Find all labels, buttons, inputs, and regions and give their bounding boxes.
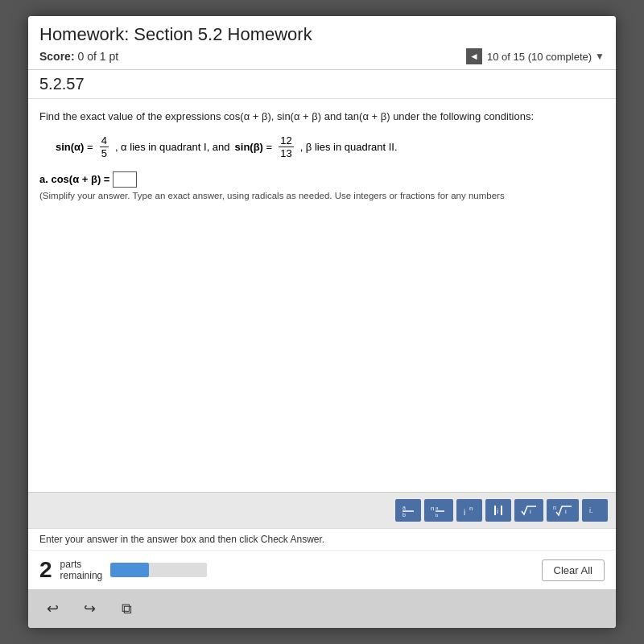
sin-beta-label: sin(β) =: [235, 141, 273, 153]
progress-bar-fill: [110, 563, 149, 577]
problem-instruction: Find the exact value of the expressions …: [39, 109, 605, 125]
mixed-fraction-button[interactable]: nab: [424, 499, 453, 522]
sin-beta-fraction: 12 13: [279, 134, 293, 160]
part-a-row: a. cos(α + β) =: [39, 171, 605, 188]
footer: Enter your answer in the answer box and …: [28, 528, 616, 589]
parts-number: 2: [39, 557, 52, 583]
content-area: Find the exact value of the expressions …: [28, 99, 616, 492]
copy-button[interactable]: ⧉: [114, 596, 139, 621]
fraction-button[interactable]: ab: [395, 499, 421, 522]
score-value: 0 of 1 pt: [77, 50, 118, 63]
problem-number: 5.2.57: [28, 70, 616, 99]
alpha-text: , α lies in quadrant I, and: [115, 141, 230, 153]
score-label: Score:: [39, 50, 75, 63]
parts-left: 2 parts remaining: [39, 557, 207, 583]
part-a-label: a. cos(α + β) =: [39, 173, 109, 185]
sin-alpha-fraction: 4 5: [100, 134, 109, 160]
nth-root-button[interactable]: ni: [547, 499, 579, 522]
header: Homework: Section 5.2 Homework Score: 0 …: [28, 16, 616, 70]
svg-text:i: i: [530, 508, 531, 515]
bottom-toolbar: ↩ ↪ ⧉: [28, 589, 616, 628]
svg-text:i.: i.: [589, 506, 593, 514]
svg-text:n: n: [469, 505, 473, 512]
svg-text:i: i: [565, 508, 567, 515]
part-a-section: a. cos(α + β) = (Simplify your answer. T…: [39, 171, 605, 200]
page-title: Homework: Section 5.2 Homework: [39, 24, 605, 45]
svg-text:n: n: [431, 505, 434, 512]
answer-input-box[interactable]: [113, 171, 137, 188]
svg-text:a: a: [402, 505, 406, 510]
sin-alpha-label: sin(α) =: [56, 141, 93, 153]
simplify-note: (Simplify your answer. Type an exact ans…: [39, 191, 605, 200]
svg-text:i: i: [464, 508, 465, 517]
answer-instruction: Enter your answer in the answer box and …: [28, 529, 616, 551]
svg-text:n: n: [553, 505, 556, 510]
parts-row: 2 parts remaining Clear All: [28, 551, 616, 589]
nav-label: 10 of 15 (10 complete) ▼: [487, 51, 605, 63]
svg-text:a: a: [436, 506, 439, 510]
main-screen: Homework: Section 5.2 Homework Score: 0 …: [28, 16, 616, 628]
conditions-row: sin(α) = 4 5 , α lies in quadrant I, and…: [56, 134, 605, 160]
nav-right: ◄ 10 of 15 (10 complete) ▼: [466, 48, 605, 64]
score-row: Score: 0 of 1 pt ◄ 10 of 15 (10 complete…: [39, 48, 605, 64]
forward-button[interactable]: ↪: [76, 596, 102, 621]
clear-all-button[interactable]: Clear All: [542, 559, 605, 581]
parts-label: parts remaining: [60, 559, 103, 581]
sqrt-button[interactable]: i: [514, 499, 543, 522]
svg-text:b: b: [436, 513, 439, 518]
math-toolbar: ab nab in i i ni i.: [28, 492, 616, 528]
abs-value-button[interactable]: i: [485, 499, 511, 522]
nav-dropdown-icon[interactable]: ▼: [595, 51, 605, 62]
beta-text: , β lies in quadrant II.: [300, 141, 398, 153]
back-button[interactable]: ↩: [39, 596, 65, 621]
progress-bar: [110, 563, 207, 577]
score-display: Score: 0 of 1 pt: [39, 50, 118, 63]
superscript-button[interactable]: in: [456, 499, 482, 522]
svg-text:b: b: [402, 512, 406, 518]
decimal-button[interactable]: i.: [582, 499, 608, 522]
nav-prev-button[interactable]: ◄: [466, 48, 482, 64]
svg-text:i: i: [497, 507, 498, 515]
